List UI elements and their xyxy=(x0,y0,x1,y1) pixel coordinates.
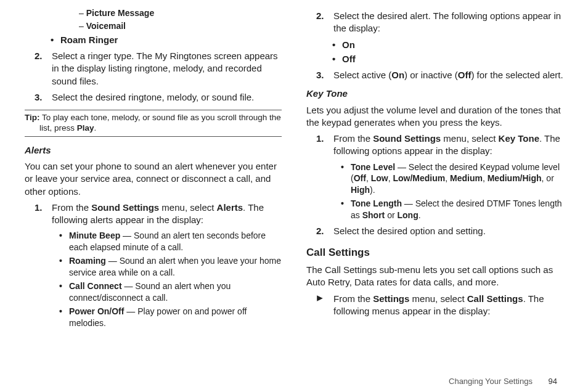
call-settings-paragraph: The Call Settings sub-menu lets you set … xyxy=(306,264,563,289)
page-number: 94 xyxy=(549,377,557,386)
alert-bullet: • Minute Beep — Sound an alert ten secon… xyxy=(59,230,282,253)
bullet-name: Tone Length xyxy=(351,198,402,208)
dash-item: Picture Message xyxy=(79,7,282,19)
step-number: 2. xyxy=(316,10,333,35)
bullet-icon: • xyxy=(59,255,69,279)
option-on: • On xyxy=(332,39,563,51)
step-2: 2. Select a ringer type. The My Ringtone… xyxy=(35,50,282,88)
bullet-roam-ringer: • Roam Ringer xyxy=(51,34,282,46)
step-number: 3. xyxy=(35,91,52,104)
page: Picture Message Voicemail • Roam Ringer … xyxy=(0,0,588,392)
bullet-name: Power On/Off xyxy=(69,306,124,316)
keytone-step-2: 2. Select the desired option and setting… xyxy=(316,225,563,237)
footer-section: Changing Your Settings xyxy=(449,377,533,386)
left-column: Picture Message Voicemail • Roam Ringer … xyxy=(25,6,282,377)
columns: Picture Message Voicemail • Roam Ringer … xyxy=(25,6,563,377)
call-settings-heading: Call Settings xyxy=(306,246,563,260)
tip-play: Play xyxy=(77,123,94,133)
keytone-bullet-level: • Tone Level — Select the desired Keypad… xyxy=(341,161,563,197)
keytone-step-1: 1. From the Sound Settings menu, select … xyxy=(316,133,563,158)
bullet-name: Roaming xyxy=(69,256,106,266)
alert-bullet: • Power On/Off — Play power on and power… xyxy=(59,306,282,329)
keytone-paragraph: Lets you adjust the volume level and dur… xyxy=(306,104,563,129)
bullet-icon: • xyxy=(59,280,69,304)
bullet-icon: • xyxy=(51,34,60,46)
step-number: 2. xyxy=(316,225,333,237)
tip-label: Tip: xyxy=(25,113,40,122)
bullet-label: Roam Ringer xyxy=(60,35,118,45)
dash-item: Voicemail xyxy=(79,20,282,32)
tip-text-post: . xyxy=(94,123,97,133)
bullet-icon: • xyxy=(341,161,351,197)
bullet-icon: • xyxy=(332,53,342,65)
bullet-icon: • xyxy=(59,230,69,253)
step-text: Select a ringer type. The My Ringtones s… xyxy=(52,50,282,88)
option-off: • Off xyxy=(332,53,563,65)
step-text: Select the desired alert. The following … xyxy=(333,10,563,35)
tip-box: Tip: To play each tone, melody, or sound… xyxy=(25,110,282,137)
step-text: From the Sound Settings menu, select Ale… xyxy=(52,202,282,227)
bullet-icon: • xyxy=(332,39,342,51)
step-number: 2. xyxy=(35,50,52,88)
bullet-name: Call Connect xyxy=(69,281,122,291)
step-text: Select the desired option and setting. xyxy=(333,225,563,237)
step-number: 1. xyxy=(316,133,333,158)
step-number: 1. xyxy=(35,202,52,227)
step-3: 3. Select the desired ringtone, melody, … xyxy=(35,91,282,104)
right-column: 2. Select the desired alert. The followi… xyxy=(306,6,563,377)
bullet-icon: • xyxy=(59,306,69,329)
keytone-bullet-length: • Tone Length — Select the desired DTMF … xyxy=(341,198,563,221)
option-label: On xyxy=(342,39,355,50)
step-3: 3. Select active (On) or inactive (Off) … xyxy=(316,69,563,81)
call-settings-arrow-step: From the Settings menu, select Call Sett… xyxy=(316,293,563,318)
step-2: 2. Select the desired alert. The followi… xyxy=(316,10,563,35)
option-label: Off xyxy=(342,54,356,64)
alert-bullet: • Call Connect — Sound an alert when you… xyxy=(59,280,282,304)
bullet-name: Tone Level xyxy=(351,162,395,172)
step-text: Select the desired ringtone, melody, or … xyxy=(52,91,282,104)
alerts-paragraph: You can set your phone to sound an alert… xyxy=(25,160,282,198)
alert-bullet: • Roaming — Sound an alert when you leav… xyxy=(59,255,282,279)
svg-marker-0 xyxy=(317,295,323,301)
step-text: From the Sound Settings menu, select Key… xyxy=(333,133,563,158)
step-text: Select active (On) or inactive (Off) for… xyxy=(333,69,563,81)
bullet-name: Minute Beep xyxy=(69,231,120,240)
alerts-step-1: 1. From the Sound Settings menu, select … xyxy=(35,202,282,227)
bullet-icon: • xyxy=(341,198,351,221)
keytone-heading: Key Tone xyxy=(306,88,563,100)
step-text: From the Settings menu, select Call Sett… xyxy=(333,293,563,318)
alerts-heading: Alerts xyxy=(25,144,282,157)
arrow-icon xyxy=(316,293,333,318)
tip-text: To play each tone, melody, or sound file… xyxy=(39,113,281,133)
step-number: 3. xyxy=(316,69,333,81)
page-footer: Changing Your Settings 94 xyxy=(25,377,563,386)
